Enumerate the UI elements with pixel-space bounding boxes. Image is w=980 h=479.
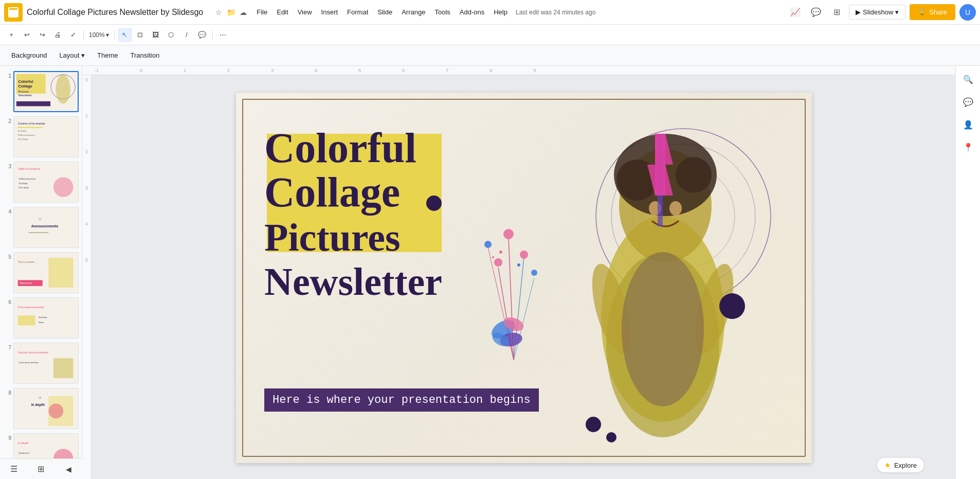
slide-thumb-1[interactable]: 1 Colorful Collage Pictures Newsletter [2, 70, 80, 113]
svg-text:Lorem ipsum text here: Lorem ipsum text here [19, 362, 39, 364]
transition-btn[interactable]: Transition [125, 49, 165, 61]
share-button[interactable]: 🔒 Share [910, 4, 955, 20]
svg-point-75 [499, 251, 502, 254]
menu-format[interactable]: Format [343, 6, 372, 18]
menu-file[interactable]: File [252, 6, 271, 18]
more-tools-btn[interactable]: ⋯ [216, 28, 230, 42]
svg-text:01: 01 [39, 218, 42, 221]
menu-view[interactable]: View [294, 6, 316, 18]
slide-number-6: 6 [3, 299, 11, 305]
share-label: Share [929, 8, 947, 16]
slide-canvas[interactable]: Colorful Collage Pictures Newsletter Her… [236, 93, 812, 463]
image-btn[interactable]: 🖼 [149, 28, 163, 42]
spellcheck-btn[interactable]: ✓ [66, 28, 80, 42]
layout-label: Layout [59, 51, 79, 59]
map-pin-right-icon[interactable]: 📍 [959, 138, 977, 156]
collapse-sidebar-btn[interactable]: ◀ [61, 462, 76, 476]
slide-preview-2: Contents of this template 01 Global 02 A… [13, 116, 79, 157]
svg-text:01 Global: 01 Global [18, 130, 27, 132]
svg-point-55 [676, 157, 712, 193]
cloud-icon[interactable]: ☁ [238, 7, 248, 17]
add-slide-btn[interactable]: + [4, 28, 19, 42]
slide-thumb-6[interactable]: 6 First announcement Summary Notes [2, 296, 80, 340]
text-box-btn[interactable]: ⊡ [133, 28, 148, 42]
person-right-icon[interactable]: 👤 [959, 115, 977, 134]
explore-button[interactable]: ★ Explore [877, 457, 924, 473]
slide-number-5: 5 [3, 254, 11, 260]
svg-text:to depth: to depth [18, 441, 29, 445]
ruler-left-mark: 5 [85, 257, 88, 262]
slide-number-1: 1 [3, 73, 11, 79]
ruler-mark: 3 [271, 68, 274, 73]
zoom-control[interactable]: 100% ▾ [87, 30, 111, 40]
slide-thumb-2[interactable]: 2 Contents of this template 01 Global 02… [2, 115, 80, 158]
svg-text:Notes: Notes [39, 322, 44, 324]
line-btn[interactable]: / [179, 28, 194, 42]
svg-point-17 [53, 177, 73, 197]
slide-subtitle-bar: Here is where your presentation begins [264, 388, 539, 412]
slide-preview-7: Second announcement Lorem ipsum text her… [13, 343, 79, 384]
slide-preview-5: This is a quote... Read more [13, 252, 79, 293]
menu-addons[interactable]: Add-ons [456, 6, 488, 18]
chat-right-icon[interactable]: 💬 [959, 93, 977, 111]
svg-point-61 [622, 252, 704, 406]
slide-number-7: 7 [3, 345, 11, 350]
slide-number-2: 2 [3, 118, 11, 124]
grid-view-btn[interactable]: ⊞ [34, 462, 48, 476]
undo-btn[interactable]: ↩ [20, 28, 34, 42]
search-right-icon[interactable]: 🔍 [959, 70, 977, 88]
ruler-mark: 9 [533, 68, 536, 73]
layout-btn[interactable]: Layout ▾ [54, 49, 90, 61]
ruler-mark: -1 [95, 68, 99, 73]
svg-text:Pictures: Pictures [19, 90, 29, 93]
dot-decoration-1 [426, 196, 442, 211]
zoom-level: 100% [89, 31, 105, 39]
ruler-mark: 4 [315, 68, 317, 73]
analytics-icon[interactable]: 📈 [787, 4, 804, 21]
svg-point-43 [48, 403, 63, 418]
menu-help[interactable]: Help [489, 6, 512, 18]
slide-thumb-4[interactable]: 4 01 Announcements [2, 206, 80, 249]
slideshow-button[interactable]: ▶ Slideshow ▾ [849, 5, 905, 20]
svg-text:First announcement: First announcement [18, 306, 44, 309]
slide-thumb-8[interactable]: 8 02 in depth [2, 387, 80, 430]
svg-text:02: 02 [39, 397, 42, 399]
svg-text:Newsletter: Newsletter [19, 94, 32, 97]
folder-icon[interactable]: 📁 [226, 7, 236, 17]
star-icon[interactable]: ☆ [213, 7, 224, 17]
slide-thumb-5[interactable]: 5 This is a quote... Read more [2, 251, 80, 294]
menu-arrange[interactable]: Arrange [397, 6, 429, 18]
background-btn[interactable]: Background [6, 49, 52, 61]
svg-point-71 [503, 229, 514, 239]
select-tool-btn[interactable]: ↖ [118, 28, 132, 42]
comment-icon[interactable]: 💬 [808, 4, 824, 21]
user-avatar[interactable]: U [959, 4, 976, 21]
slide-thumb-3[interactable]: 3 Table of contents 01 Announcements 02 … [2, 161, 80, 204]
present-options-icon[interactable]: ⊞ [828, 4, 845, 21]
svg-text:Read more: Read more [20, 282, 32, 285]
app-logo [4, 3, 23, 22]
print-btn[interactable]: 🖨 [50, 28, 65, 42]
slide-number-4: 4 [3, 209, 11, 215]
menu-insert[interactable]: Insert [317, 6, 342, 18]
menu-tools[interactable]: Tools [430, 6, 454, 18]
svg-point-70 [494, 258, 502, 267]
shapes-btn[interactable]: ⬡ [164, 28, 178, 42]
svg-point-74 [531, 270, 537, 276]
slide-preview-8: 02 in depth [13, 388, 79, 429]
slide-preview-1: Colorful Collage Pictures Newsletter [13, 71, 79, 112]
menu-slide[interactable]: Slide [373, 6, 396, 18]
redo-btn[interactable]: ↪ [35, 28, 49, 42]
menu-bar: File Edit View Insert Format Slide Arran… [252, 6, 512, 18]
ruler-left-mark: 0 [85, 77, 88, 82]
slide-title-line1: Colorful [264, 125, 416, 171]
menu-edit[interactable]: Edit [273, 6, 292, 18]
theme-btn[interactable]: Theme [92, 49, 123, 61]
top-bar: Colorful Collage Pictures Newsletter by … [0, 0, 980, 25]
slide-title: Colorful Collage Pictures Newsletter [264, 126, 442, 303]
svg-text:03 In depth: 03 In depth [19, 187, 29, 189]
comment-tb-btn[interactable]: 💬 [195, 28, 209, 42]
slide-thumb-7[interactable]: 7 Second announcement Lorem ipsum text h… [2, 342, 80, 385]
svg-rect-6 [16, 101, 50, 106]
list-view-btn[interactable]: ☰ [7, 462, 21, 476]
